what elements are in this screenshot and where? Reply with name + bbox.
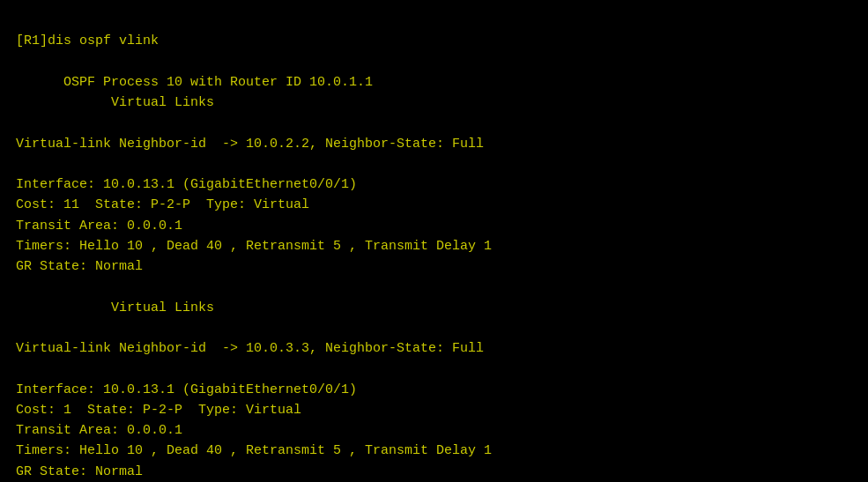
terminal-line: Transit Area: 0.0.0.1 — [16, 216, 852, 236]
terminal-line: Cost: 1 State: P-2-P Type: Virtual — [16, 400, 852, 420]
terminal-line — [16, 359, 852, 379]
terminal-line: Timers: Hello 10 , Dead 40 , Retransmit … — [16, 441, 852, 461]
terminal-line: Interface: 10.0.13.1 (GigabitEthernet0/0… — [16, 380, 852, 400]
terminal-line — [16, 154, 852, 174]
terminal-line: [R1]dis ospf vlink — [16, 31, 852, 51]
terminal-line: Virtual-link Neighbor-id -> 10.0.3.3, Ne… — [16, 338, 852, 359]
terminal-line: Virtual Links — [16, 298, 852, 318]
terminal-output: [R1]dis ospf vlink OSPF Process 10 with … — [16, 11, 852, 482]
terminal-line: GR State: Normal — [16, 462, 852, 482]
terminal-line: Virtual-link Neighbor-id -> 10.0.2.2, Ne… — [16, 134, 852, 154]
terminal-line — [16, 277, 852, 297]
terminal-line: Transit Area: 0.0.0.1 — [16, 420, 852, 441]
terminal-line — [16, 318, 852, 338]
terminal-line: Virtual Links — [16, 93, 852, 113]
terminal-line: Cost: 11 State: P-2-P Type: Virtual — [16, 195, 852, 215]
terminal-line: GR State: Normal — [16, 256, 852, 277]
terminal-line: OSPF Process 10 with Router ID 10.0.1.1 — [16, 72, 852, 93]
terminal-line: Interface: 10.0.13.1 (GigabitEthernet0/0… — [16, 174, 852, 195]
terminal-line: Timers: Hello 10 , Dead 40 , Retransmit … — [16, 236, 852, 256]
terminal-line — [16, 52, 852, 72]
terminal-line — [16, 113, 852, 133]
